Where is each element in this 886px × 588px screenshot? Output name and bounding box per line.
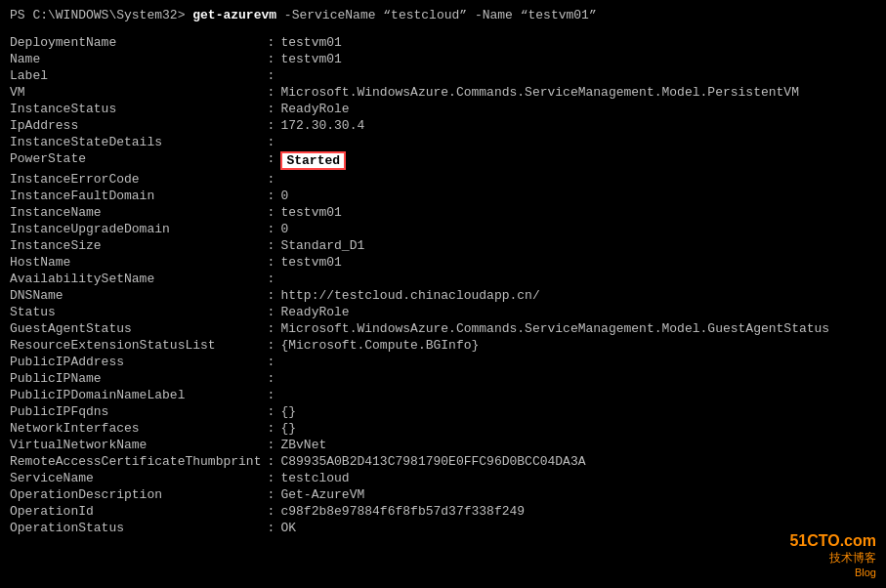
prop-name: InstanceFaultDomain bbox=[10, 188, 261, 204]
prop-name: Name bbox=[10, 51, 261, 67]
prop-colon: : bbox=[261, 520, 280, 536]
prop-value: testvm01 bbox=[280, 204, 876, 221]
table-row: PowerState:Started bbox=[10, 150, 876, 171]
prop-value: ReadyRole bbox=[280, 304, 876, 320]
prop-value bbox=[280, 67, 876, 84]
prop-value: testvm01 bbox=[280, 51, 876, 67]
prop-colon: : bbox=[261, 134, 280, 150]
prop-colon: : bbox=[261, 370, 280, 387]
table-row: IpAddress:172.30.30.4 bbox=[10, 117, 876, 134]
table-row: DeploymentName:testvm01 bbox=[10, 34, 876, 51]
prop-colon: : bbox=[261, 453, 280, 470]
prop-name: OperationDescription bbox=[10, 486, 261, 503]
prop-colon: : bbox=[261, 403, 280, 420]
prop-name: AvailabilitySetName bbox=[10, 271, 261, 287]
prop-colon: : bbox=[261, 171, 280, 188]
prop-value: C89935A0B2D413C7981790E0FFC96D0BCC04DA3A bbox=[280, 453, 876, 470]
prop-value: {Microsoft.Compute.BGInfo} bbox=[280, 337, 876, 354]
prop-colon: : bbox=[261, 101, 280, 117]
prop-value: ZBvNet bbox=[280, 437, 876, 453]
prop-value: testvm01 bbox=[280, 34, 876, 51]
prop-colon: : bbox=[261, 387, 280, 403]
prop-name: InstanceSize bbox=[10, 237, 261, 254]
prop-colon: : bbox=[261, 254, 280, 271]
prop-colon: : bbox=[261, 117, 280, 134]
prop-colon: : bbox=[261, 237, 280, 254]
table-row: RemoteAccessCertificateThumbprint:C89935… bbox=[10, 453, 876, 470]
prop-value: 172.30.30.4 bbox=[280, 117, 876, 134]
prop-value: Started bbox=[280, 150, 876, 171]
prop-colon: : bbox=[261, 84, 280, 101]
prop-name: DNSName bbox=[10, 287, 261, 304]
prop-name: IpAddress bbox=[10, 117, 261, 134]
prop-name: OperationId bbox=[10, 503, 261, 520]
prop-colon: : bbox=[261, 34, 280, 51]
prop-name: NetworkInterfaces bbox=[10, 420, 261, 437]
started-badge: Started bbox=[280, 151, 346, 170]
prop-name: VirtualNetworkName bbox=[10, 437, 261, 453]
table-row: OperationDescription:Get-AzureVM bbox=[10, 486, 876, 503]
table-row: InstanceErrorCode: bbox=[10, 171, 876, 188]
prop-name: PublicIPName bbox=[10, 370, 261, 387]
table-row: DNSName:http://testcloud.chinacloudapp.c… bbox=[10, 287, 876, 304]
prop-name: ResourceExtensionStatusList bbox=[10, 337, 261, 354]
prop-value: 0 bbox=[280, 188, 876, 204]
prop-value: http://testcloud.chinacloudapp.cn/ bbox=[280, 287, 876, 304]
prop-name: RemoteAccessCertificateThumbprint bbox=[10, 453, 261, 470]
prop-name: VM bbox=[10, 84, 261, 101]
prop-value bbox=[280, 387, 876, 403]
prop-colon: : bbox=[261, 221, 280, 237]
prop-value: c98f2b8e97884f6f8fb57d37f338f249 bbox=[280, 503, 876, 520]
prop-name: Status bbox=[10, 304, 261, 320]
table-row: Status:ReadyRole bbox=[10, 304, 876, 320]
prop-value bbox=[280, 134, 876, 150]
prop-name: InstanceStatus bbox=[10, 101, 261, 117]
prop-colon: : bbox=[261, 204, 280, 221]
prop-name: DeploymentName bbox=[10, 34, 261, 51]
table-row: VirtualNetworkName:ZBvNet bbox=[10, 437, 876, 453]
table-row: InstanceStatus:ReadyRole bbox=[10, 101, 876, 117]
prop-colon: : bbox=[261, 420, 280, 437]
prop-value: testcloud bbox=[280, 470, 876, 486]
prop-value: {} bbox=[280, 403, 876, 420]
table-row: Label: bbox=[10, 67, 876, 84]
table-row: HostName:testvm01 bbox=[10, 254, 876, 271]
table-row: GuestAgentStatus:Microsoft.WindowsAzure.… bbox=[10, 320, 876, 337]
table-row: NetworkInterfaces:{} bbox=[10, 420, 876, 437]
terminal-window: PS C:\WINDOWS\System32> get-azurevm -Ser… bbox=[10, 8, 876, 536]
table-row: AvailabilitySetName: bbox=[10, 271, 876, 287]
prop-name: InstanceErrorCode bbox=[10, 171, 261, 188]
prop-name: InstanceStateDetails bbox=[10, 134, 261, 150]
prop-colon: : bbox=[261, 304, 280, 320]
table-row: InstanceUpgradeDomain:0 bbox=[10, 221, 876, 237]
table-row: OperationId:c98f2b8e97884f6f8fb57d37f338… bbox=[10, 503, 876, 520]
prop-colon: : bbox=[261, 486, 280, 503]
table-row: PublicIPName: bbox=[10, 370, 876, 387]
prop-colon: : bbox=[261, 188, 280, 204]
properties-table: DeploymentName:testvm01Name:testvm01Labe… bbox=[10, 34, 876, 536]
prop-name: PublicIPFqdns bbox=[10, 403, 261, 420]
prompt: PS C:\WINDOWS\System32> bbox=[10, 8, 192, 22]
prop-value bbox=[280, 171, 876, 188]
prop-name: InstanceUpgradeDomain bbox=[10, 221, 261, 237]
command: get-azurevm bbox=[192, 8, 276, 22]
prop-value: Microsoft.WindowsAzure.Commands.ServiceM… bbox=[280, 320, 876, 337]
table-row: OperationStatus:OK bbox=[10, 520, 876, 536]
table-row: InstanceFaultDomain:0 bbox=[10, 188, 876, 204]
table-row: InstanceName:testvm01 bbox=[10, 204, 876, 221]
prop-name: InstanceName bbox=[10, 204, 261, 221]
prop-colon: : bbox=[261, 320, 280, 337]
watermark: 51CTO.com 技术博客 Blog bbox=[789, 532, 876, 578]
prop-name: OperationStatus bbox=[10, 520, 261, 536]
prop-value: ReadyRole bbox=[280, 101, 876, 117]
prop-colon: : bbox=[261, 337, 280, 354]
table-row: InstanceStateDetails: bbox=[10, 134, 876, 150]
prop-name: PublicIPDomainNameLabel bbox=[10, 387, 261, 403]
table-row: ResourceExtensionStatusList:{Microsoft.C… bbox=[10, 337, 876, 354]
prop-colon: : bbox=[261, 271, 280, 287]
watermark-site: 51CTO.com bbox=[789, 532, 876, 550]
prop-value bbox=[280, 271, 876, 287]
prop-colon: : bbox=[261, 470, 280, 486]
command-params: -ServiceName “testcloud” -Name “testvm01… bbox=[276, 8, 597, 22]
prop-name: GuestAgentStatus bbox=[10, 320, 261, 337]
